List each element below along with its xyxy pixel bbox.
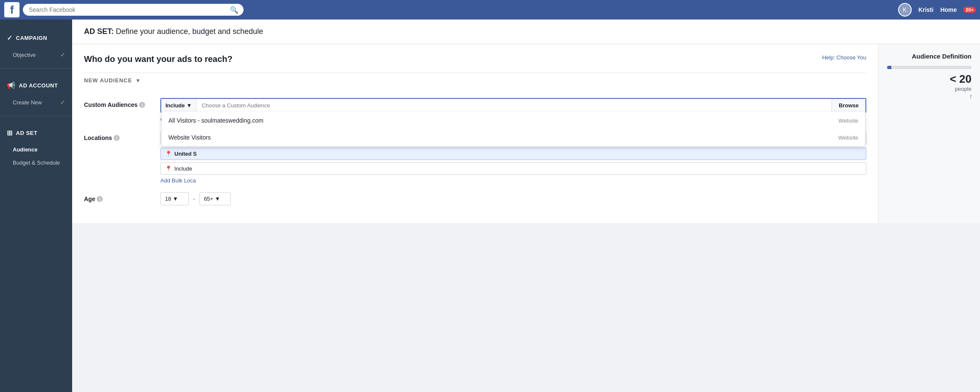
location-pin-icon: 📍 [165, 151, 172, 157]
audience-definition-title: Audience Definition [887, 53, 972, 60]
search-input[interactable] [23, 4, 244, 16]
age-from-dropdown[interactable]: 18 ▼ [160, 192, 189, 205]
ad-set-section: ⊞ AD SET Audience Budget & Schedule [0, 119, 72, 174]
campaign-section: ✓ CAMPAIGN Objective ✓ [0, 24, 72, 66]
include-chevron-icon: ▼ [187, 102, 192, 109]
age-to-dropdown[interactable]: 65+ ▼ [199, 192, 231, 205]
audience-count-unit: people [887, 86, 972, 92]
facebook-logo-letter: f [10, 4, 14, 15]
custom-audiences-label: Custom Audiences i [84, 98, 160, 108]
ad-account-label: AD ACCOUNT [19, 82, 58, 89]
age-inputs-row: 18 ▼ - 65+ ▼ [160, 192, 866, 205]
location-tag-text: United S [174, 151, 197, 157]
ad-set-icon: ⊞ [7, 129, 13, 137]
locations-info-icon[interactable]: i [114, 135, 120, 141]
right-panel: Audience Definition < 20 people f [878, 44, 980, 223]
content-area: Who do you want your ads to reach? Help:… [72, 44, 980, 392]
age-label: Age i [84, 192, 160, 202]
audience-dropdown-menu: All Visitors - soulmateswedding.com Webs… [161, 112, 865, 146]
objective-label: Objective [13, 52, 36, 58]
dropdown-item-1-name: All Visitors - soulmateswedding.com [168, 117, 263, 124]
adset-header: AD SET: Define your audience, budget and… [72, 20, 980, 44]
adset-header-prefix: AD SET: [84, 27, 114, 36]
campaign-icon: ✓ [7, 34, 13, 42]
new-audience-label: NEW AUDIENCE [84, 77, 132, 84]
campaign-label: CAMPAIGN [16, 35, 48, 41]
age-control: 18 ▼ - 65+ ▼ [160, 192, 866, 205]
objective-check-icon: ✓ [60, 51, 65, 58]
dropdown-item-2-source: Website [838, 134, 858, 141]
locations-label: Locations i [84, 131, 160, 141]
sidebar-ad-set-header: ⊞ AD SET [0, 123, 72, 143]
audience-meter [887, 66, 972, 69]
age-info-icon[interactable]: i [97, 196, 103, 202]
audience-count: < 20 [887, 73, 972, 86]
custom-audiences-row: Custom Audiences i Include ▼ [84, 98, 866, 123]
dropdown-item-2-name: Website Visitors [168, 134, 211, 141]
sidebar-divider-2 [0, 116, 72, 116]
new-audience-bar[interactable]: NEW AUDIENCE ▼ [84, 73, 866, 88]
location-action-pin-icon: 📍 [165, 165, 172, 172]
location-action-label: Include [174, 165, 192, 172]
nav-home-link[interactable]: Home [940, 6, 957, 13]
browse-button[interactable]: Browse [832, 99, 865, 112]
age-to-chevron-icon: ▼ [215, 196, 220, 202]
audience-count-note: f [887, 94, 972, 100]
sidebar-item-budget-schedule[interactable]: Budget & Schedule [0, 156, 72, 169]
ad-account-section: 📢 AD ACCOUNT Create New ✓ [0, 71, 72, 113]
facebook-logo: f [4, 2, 20, 17]
custom-audiences-info-icon[interactable]: i [139, 102, 145, 108]
section-title: Who do you want your ads to reach? [84, 54, 232, 64]
age-dash: - [193, 196, 195, 202]
help-link[interactable]: Help: Choose You [822, 54, 866, 61]
content-wrapper: Who do you want your ads to reach? Help:… [72, 44, 980, 223]
page-layout: ✓ CAMPAIGN Objective ✓ 📢 AD ACCOUNT Crea… [0, 20, 980, 392]
sidebar-ad-account-header: 📢 AD ACCOUNT [0, 76, 72, 95]
notification-badge[interactable]: 20+ [963, 7, 976, 13]
sidebar-divider-1 [0, 68, 72, 69]
nav-right: K Kristi Home 20+ [898, 3, 976, 17]
audience-meter-fill [887, 66, 891, 69]
audience-meter-bar [887, 66, 972, 69]
create-new-check-icon: ✓ [60, 99, 65, 106]
adset-header-title: Define your audience, budget and schedul… [116, 27, 263, 36]
age-row: Age i 18 ▼ - 65+ [84, 192, 866, 205]
search-icon: 🔍 [230, 6, 238, 14]
search-wrapper: 🔍 [23, 4, 244, 16]
sidebar-item-audience[interactable]: Audience [0, 143, 72, 156]
ad-account-icon: 📢 [7, 81, 16, 90]
sidebar-item-objective[interactable]: Objective ✓ [0, 48, 72, 62]
ad-set-label: AD SET [16, 130, 38, 136]
age-from-chevron-icon: ▼ [173, 196, 178, 202]
sidebar-item-create-new[interactable]: Create New ✓ [0, 95, 72, 109]
location-include-action[interactable]: 📍 Include [160, 162, 866, 175]
nav-username: Kristi [918, 6, 934, 13]
avatar: K [898, 3, 912, 17]
add-bulk-locations-link[interactable]: Add Bulk Loca [160, 177, 866, 184]
dropdown-item-2[interactable]: Website Visitors Website [162, 129, 865, 146]
main-content: AD SET: Define your audience, budget and… [72, 20, 980, 392]
create-new-label: Create New [13, 99, 42, 106]
custom-audiences-control: Include ▼ Browse All V [160, 98, 866, 123]
include-label: Include [165, 102, 185, 109]
dropdown-item-1[interactable]: All Visitors - soulmateswedding.com Webs… [162, 112, 865, 129]
section-title-row: Who do you want your ads to reach? Help:… [84, 54, 866, 64]
budget-schedule-label: Budget & Schedule [13, 160, 60, 166]
audience-label: Audience [13, 146, 38, 153]
include-dropdown[interactable]: Include ▼ [161, 99, 196, 112]
sidebar: ✓ CAMPAIGN Objective ✓ 📢 AD ACCOUNT Crea… [0, 20, 72, 392]
audience-search-input[interactable] [196, 99, 832, 112]
chevron-down-icon: ▼ [135, 78, 140, 84]
location-tag: 📍 United S [160, 148, 866, 160]
dropdown-item-1-source: Website [838, 118, 858, 124]
top-navigation: f 🔍 K Kristi Home 20+ [0, 0, 980, 20]
main-form: Who do you want your ads to reach? Help:… [72, 44, 878, 223]
custom-audiences-input-row: Include ▼ Browse All V [160, 98, 866, 113]
sidebar-campaign-header: ✓ CAMPAIGN [0, 28, 72, 48]
